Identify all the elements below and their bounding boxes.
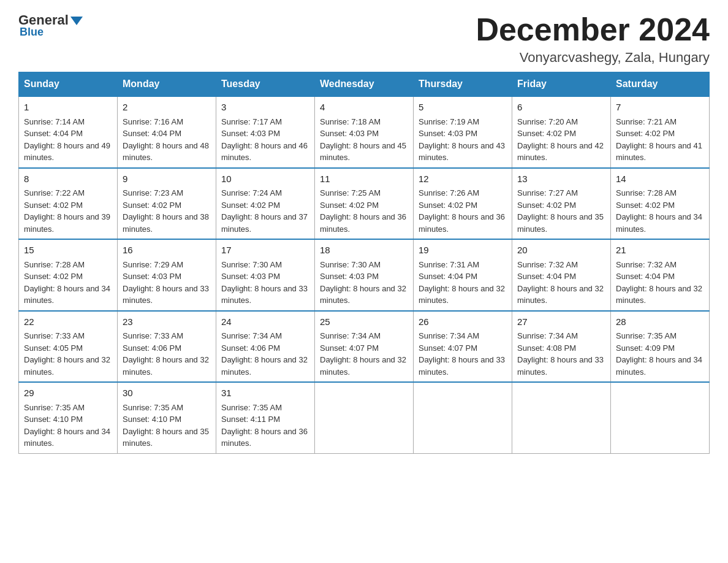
- day-number: 19: [419, 243, 507, 258]
- calendar-cell: 19Sunrise: 7:31 AMSunset: 4:04 PMDayligh…: [414, 239, 512, 311]
- day-info: Sunrise: 7:20 AMSunset: 4:02 PMDaylight:…: [517, 117, 604, 163]
- day-number: 26: [419, 315, 507, 329]
- calendar-cell: 13Sunrise: 7:27 AMSunset: 4:02 PMDayligh…: [512, 168, 611, 240]
- calendar-cell: 10Sunrise: 7:24 AMSunset: 4:02 PMDayligh…: [216, 168, 315, 240]
- calendar-cell: [611, 382, 710, 453]
- day-number: 8: [24, 172, 112, 186]
- day-number: 4: [320, 101, 408, 115]
- day-info: Sunrise: 7:31 AMSunset: 4:04 PMDaylight:…: [419, 260, 505, 305]
- day-number: 16: [123, 243, 211, 258]
- calendar-cell: 20Sunrise: 7:32 AMSunset: 4:04 PMDayligh…: [512, 239, 611, 311]
- calendar-cell: [512, 382, 611, 453]
- calendar-cell: 6Sunrise: 7:20 AMSunset: 4:02 PMDaylight…: [512, 96, 611, 168]
- day-info: Sunrise: 7:24 AMSunset: 4:02 PMDaylight:…: [221, 188, 308, 234]
- header-wednesday: Wednesday: [315, 72, 414, 97]
- day-number: 3: [221, 101, 309, 115]
- day-info: Sunrise: 7:19 AMSunset: 4:03 PMDaylight:…: [419, 117, 505, 163]
- day-info: Sunrise: 7:18 AMSunset: 4:03 PMDaylight:…: [320, 117, 406, 163]
- day-info: Sunrise: 7:35 AMSunset: 4:10 PMDaylight:…: [123, 403, 209, 448]
- calendar-cell: 29Sunrise: 7:35 AMSunset: 4:10 PMDayligh…: [19, 382, 118, 453]
- header-thursday: Thursday: [414, 72, 512, 97]
- calendar-cell: 16Sunrise: 7:29 AMSunset: 4:03 PMDayligh…: [118, 239, 216, 311]
- day-info: Sunrise: 7:34 AMSunset: 4:08 PMDaylight:…: [517, 331, 604, 377]
- title-block: December 2024 Vonyarcvashegy, Zala, Hung…: [476, 12, 710, 66]
- calendar-cell: 15Sunrise: 7:28 AMSunset: 4:02 PMDayligh…: [19, 239, 118, 311]
- calendar-cell: [315, 382, 414, 453]
- day-info: Sunrise: 7:30 AMSunset: 4:03 PMDaylight:…: [221, 260, 308, 305]
- day-info: Sunrise: 7:27 AMSunset: 4:02 PMDaylight:…: [517, 188, 604, 234]
- calendar-cell: 24Sunrise: 7:34 AMSunset: 4:06 PMDayligh…: [216, 311, 315, 383]
- calendar-cell: 9Sunrise: 7:23 AMSunset: 4:02 PMDaylight…: [118, 168, 216, 240]
- calendar-cell: 28Sunrise: 7:35 AMSunset: 4:09 PMDayligh…: [611, 311, 710, 383]
- calendar-week-4: 22Sunrise: 7:33 AMSunset: 4:05 PMDayligh…: [19, 311, 710, 383]
- location-title: Vonyarcvashegy, Zala, Hungary: [476, 50, 710, 66]
- day-info: Sunrise: 7:28 AMSunset: 4:02 PMDaylight:…: [24, 260, 110, 305]
- page-header: General Blue December 2024 Vonyarcvasheg…: [18, 12, 710, 66]
- calendar-cell: 30Sunrise: 7:35 AMSunset: 4:10 PMDayligh…: [118, 382, 216, 453]
- calendar-header: Sunday Monday Tuesday Wednesday Thursday…: [19, 72, 710, 97]
- day-number: 14: [616, 172, 704, 186]
- logo-triangle-icon: [70, 17, 83, 25]
- day-number: 17: [221, 243, 309, 258]
- day-info: Sunrise: 7:30 AMSunset: 4:03 PMDaylight:…: [320, 260, 406, 305]
- calendar-cell: 22Sunrise: 7:33 AMSunset: 4:05 PMDayligh…: [19, 311, 118, 383]
- calendar-week-2: 8Sunrise: 7:22 AMSunset: 4:02 PMDaylight…: [19, 168, 710, 240]
- day-info: Sunrise: 7:34 AMSunset: 4:06 PMDaylight:…: [221, 331, 308, 377]
- calendar-cell: 8Sunrise: 7:22 AMSunset: 4:02 PMDaylight…: [19, 168, 118, 240]
- day-number: 23: [123, 315, 211, 329]
- day-number: 12: [419, 172, 507, 186]
- day-number: 24: [221, 315, 309, 329]
- day-number: 7: [616, 101, 704, 115]
- day-info: Sunrise: 7:29 AMSunset: 4:03 PMDaylight:…: [123, 260, 209, 305]
- calendar-cell: 23Sunrise: 7:33 AMSunset: 4:06 PMDayligh…: [118, 311, 216, 383]
- logo: General Blue: [18, 12, 83, 39]
- calendar-week-5: 29Sunrise: 7:35 AMSunset: 4:10 PMDayligh…: [19, 382, 710, 453]
- day-number: 30: [123, 386, 211, 400]
- header-row: Sunday Monday Tuesday Wednesday Thursday…: [19, 72, 710, 97]
- day-number: 28: [616, 315, 704, 329]
- day-number: 20: [517, 243, 605, 258]
- calendar-cell: 26Sunrise: 7:34 AMSunset: 4:07 PMDayligh…: [414, 311, 512, 383]
- day-number: 18: [320, 243, 408, 258]
- day-info: Sunrise: 7:16 AMSunset: 4:04 PMDaylight:…: [123, 117, 209, 163]
- day-info: Sunrise: 7:34 AMSunset: 4:07 PMDaylight:…: [320, 331, 406, 377]
- day-info: Sunrise: 7:25 AMSunset: 4:02 PMDaylight:…: [320, 188, 406, 234]
- day-number: 29: [24, 386, 112, 400]
- day-info: Sunrise: 7:33 AMSunset: 4:05 PMDaylight:…: [24, 331, 110, 377]
- day-number: 21: [616, 243, 704, 258]
- day-info: Sunrise: 7:22 AMSunset: 4:02 PMDaylight:…: [24, 188, 110, 234]
- day-number: 31: [221, 386, 309, 400]
- day-info: Sunrise: 7:32 AMSunset: 4:04 PMDaylight:…: [517, 260, 604, 305]
- header-saturday: Saturday: [611, 72, 710, 97]
- calendar-cell: 1Sunrise: 7:14 AMSunset: 4:04 PMDaylight…: [19, 96, 118, 168]
- calendar-cell: 17Sunrise: 7:30 AMSunset: 4:03 PMDayligh…: [216, 239, 315, 311]
- calendar-cell: 5Sunrise: 7:19 AMSunset: 4:03 PMDaylight…: [414, 96, 512, 168]
- day-number: 15: [24, 243, 112, 258]
- day-number: 13: [517, 172, 605, 186]
- day-info: Sunrise: 7:32 AMSunset: 4:04 PMDaylight:…: [616, 260, 702, 305]
- day-info: Sunrise: 7:33 AMSunset: 4:06 PMDaylight:…: [123, 331, 209, 377]
- header-tuesday: Tuesday: [216, 72, 315, 97]
- calendar-cell: 31Sunrise: 7:35 AMSunset: 4:11 PMDayligh…: [216, 382, 315, 453]
- calendar-cell: 25Sunrise: 7:34 AMSunset: 4:07 PMDayligh…: [315, 311, 414, 383]
- day-info: Sunrise: 7:35 AMSunset: 4:10 PMDaylight:…: [24, 403, 110, 448]
- logo-blue-text: Blue: [20, 26, 44, 39]
- calendar-cell: 14Sunrise: 7:28 AMSunset: 4:02 PMDayligh…: [611, 168, 710, 240]
- day-info: Sunrise: 7:35 AMSunset: 4:09 PMDaylight:…: [616, 331, 702, 377]
- calendar-cell: 11Sunrise: 7:25 AMSunset: 4:02 PMDayligh…: [315, 168, 414, 240]
- day-number: 10: [221, 172, 309, 186]
- calendar-cell: 18Sunrise: 7:30 AMSunset: 4:03 PMDayligh…: [315, 239, 414, 311]
- calendar-cell: 2Sunrise: 7:16 AMSunset: 4:04 PMDaylight…: [118, 96, 216, 168]
- calendar-cell: 3Sunrise: 7:17 AMSunset: 4:03 PMDaylight…: [216, 96, 315, 168]
- day-number: 9: [123, 172, 211, 186]
- day-number: 1: [24, 101, 112, 115]
- calendar-table: Sunday Monday Tuesday Wednesday Thursday…: [18, 72, 710, 454]
- calendar-week-1: 1Sunrise: 7:14 AMSunset: 4:04 PMDaylight…: [19, 96, 710, 168]
- day-info: Sunrise: 7:34 AMSunset: 4:07 PMDaylight:…: [419, 331, 505, 377]
- day-number: 22: [24, 315, 112, 329]
- day-info: Sunrise: 7:23 AMSunset: 4:02 PMDaylight:…: [123, 188, 209, 234]
- calendar-body: 1Sunrise: 7:14 AMSunset: 4:04 PMDaylight…: [19, 96, 710, 453]
- day-number: 27: [517, 315, 605, 329]
- month-title: December 2024: [476, 12, 710, 47]
- day-info: Sunrise: 7:35 AMSunset: 4:11 PMDaylight:…: [221, 403, 308, 448]
